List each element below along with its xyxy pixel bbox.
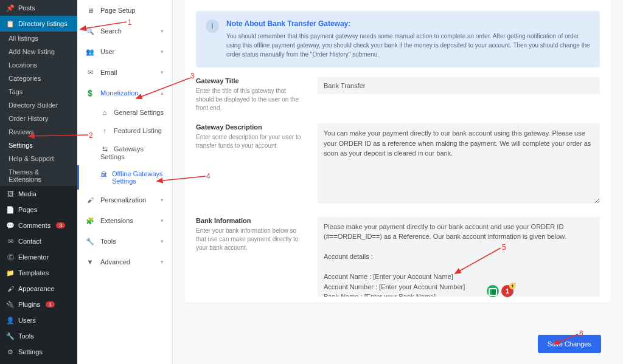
field-help: Enter the title of this gateway that sho… — [196, 87, 305, 112]
wp-menu-item[interactable]: 📋Directory listings — [0, 16, 77, 32]
menu-label: Tools — [18, 332, 34, 340]
bank-icon: 🏛 — [100, 170, 107, 179]
wp-submenu-item[interactable]: Help & Support — [0, 152, 77, 165]
settings-card: i Note About Bank Transfer Gateway: You … — [185, 0, 611, 303]
wp-submenu-item[interactable]: Categories — [0, 72, 77, 85]
settings-item[interactable]: 🧩Extensions▾ — [77, 210, 172, 231]
menu-icon: 📌 — [6, 4, 15, 12]
wp-menu-item[interactable]: 🖌Appearance — [0, 281, 77, 297]
settings-label: Search — [100, 27, 155, 35]
settings-icon: 🖌 — [86, 196, 94, 204]
wp-submenu-item[interactable]: Order History — [0, 112, 77, 125]
settings-subitem[interactable]: ⇆Gateways Settings — [77, 140, 172, 165]
field-gateway-desc: Gateway Description Enter some descripti… — [196, 123, 600, 206]
wp-menu-item[interactable]: ⒺElementor — [0, 249, 77, 265]
wp-submenu-item[interactable]: Tags — [0, 85, 77, 98]
menu-icon: 🖌 — [6, 284, 15, 293]
wp-submenu-item[interactable]: Directory Builder — [0, 98, 77, 112]
wp-menu-item[interactable]: 💬Comments3 — [0, 218, 77, 233]
chevron-icon: ▾ — [161, 49, 164, 55]
settings-item[interactable]: 🔧Tools▾ — [77, 231, 172, 252]
wp-menu-item[interactable]: 📄Pages — [0, 202, 77, 218]
menu-label: Settings — [18, 348, 43, 355]
settings-label: Monetization — [100, 89, 155, 97]
menu-label: Posts — [18, 4, 35, 12]
bank-info-textarea[interactable] — [318, 217, 600, 297]
chevron-icon: ▾ — [161, 238, 164, 244]
save-button[interactable]: Save Changes — [538, 335, 601, 353]
menu-icon: ⚙ — [6, 348, 15, 356]
settings-label: Personalization — [100, 196, 155, 204]
wp-menu-item[interactable]: 📁Templates — [0, 265, 77, 281]
notification-badge[interactable]: 1 — [501, 285, 513, 297]
settings-icon: 💲 — [86, 89, 94, 97]
settings-label: Tools — [100, 238, 155, 245]
menu-label: Comments — [18, 222, 50, 229]
settings-item[interactable]: 🖌Personalization▾ — [77, 190, 172, 210]
wp-menu-item[interactable]: 👤Users — [0, 312, 77, 328]
menu-label: Users — [18, 317, 36, 324]
chevron-icon: ▾ — [161, 197, 164, 203]
menu-icon: 📋 — [6, 19, 15, 28]
gateway-title-input[interactable] — [318, 77, 600, 94]
field-gateway-title: Gateway Title Enter the title of this ga… — [196, 77, 600, 112]
settings-item[interactable]: ▼Advanced▾ — [77, 252, 172, 272]
menu-label: Directory listings — [18, 20, 68, 27]
chevron-icon: ▴ — [161, 90, 164, 96]
wp-submenu-item[interactable]: Settings — [0, 139, 77, 152]
wp-menu-item[interactable]: 🔧Tools — [0, 328, 77, 344]
wp-menu-item[interactable]: 🖼Media — [0, 186, 77, 202]
wp-menu-item[interactable]: 📌Posts — [0, 0, 77, 16]
menu-label: Elementor — [18, 253, 49, 261]
chevron-icon: ▾ — [161, 259, 164, 265]
gateway-desc-textarea[interactable] — [318, 123, 600, 204]
settings-label: Advanced — [100, 258, 155, 266]
wp-menu-item[interactable]: 🔌Plugins1 — [0, 297, 77, 312]
wp-submenu-item[interactable]: Locations — [0, 58, 77, 72]
wp-submenu-item[interactable]: All listings — [0, 32, 77, 45]
settings-subitem[interactable]: 🏛Offline Gateways Settings — [77, 165, 172, 190]
settings-item[interactable]: 🔍Search▾ — [77, 21, 172, 41]
chevron-icon: ▾ — [161, 218, 164, 224]
count-badge: 3 — [56, 222, 65, 228]
wp-menu-item[interactable]: ⓂMC4WP — [0, 360, 77, 364]
settings-icon: 🔧 — [86, 237, 94, 246]
wp-submenu-item[interactable]: Add New listing — [0, 45, 77, 58]
settings-label: User — [100, 48, 155, 55]
settings-sub-panel: 🖥Page Setup🔍Search▾👥User▾✉Email▾💲Monetiz… — [77, 0, 173, 364]
menu-label: Pages — [18, 206, 37, 213]
settings-icon: 👥 — [86, 47, 94, 56]
subitem-icon: ⌂ — [100, 108, 109, 117]
settings-item[interactable]: 👥User▾ — [77, 41, 172, 62]
menu-label: Contact — [18, 238, 41, 245]
info-icon: i — [206, 19, 219, 33]
menu-label: Media — [18, 190, 37, 197]
settings-item[interactable]: 🖥Page Setup — [77, 0, 172, 21]
menu-icon: 💬 — [6, 221, 15, 230]
wp-menu-item[interactable]: ⚙Settings — [0, 344, 77, 360]
settings-label: Extensions — [100, 217, 155, 224]
wp-menu-item[interactable]: ✉Contact — [0, 233, 77, 249]
menu-icon: 📁 — [6, 269, 15, 277]
field-label: Gateway Description — [196, 123, 305, 131]
note-body: You should remember that this payment ga… — [226, 32, 590, 59]
wp-submenu-item[interactable]: Reviews — [0, 125, 77, 139]
settings-subitem[interactable]: ⌂General Settings — [77, 103, 172, 122]
tshirt-icon[interactable] — [487, 285, 499, 297]
subitem-icon: ⇆ — [100, 145, 109, 153]
note-title: Note About Bank Transfer Gateway: — [226, 19, 590, 28]
menu-icon: 📄 — [6, 205, 15, 214]
field-bank-info: Bank Information Enter your bank informa… — [196, 217, 600, 300]
settings-item[interactable]: 💲Monetization▴ — [77, 83, 172, 103]
wp-admin-sidebar: 📌Posts📋Directory listingsAll listingsAdd… — [0, 0, 77, 364]
field-label: Gateway Title — [196, 77, 305, 84]
menu-label: Appearance — [18, 285, 54, 292]
settings-subitem[interactable]: ↑Featured Listing — [77, 122, 172, 140]
wp-submenu-item[interactable]: Themes & Extensions — [0, 165, 77, 186]
settings-icon: 🧩 — [86, 216, 94, 225]
count-badge: 1 — [46, 301, 55, 307]
menu-icon: 🔧 — [6, 332, 15, 340]
settings-item[interactable]: ✉Email▾ — [77, 62, 172, 83]
menu-icon: 👤 — [6, 316, 15, 325]
subitem-label: Offline Gateways Settings — [112, 170, 164, 185]
